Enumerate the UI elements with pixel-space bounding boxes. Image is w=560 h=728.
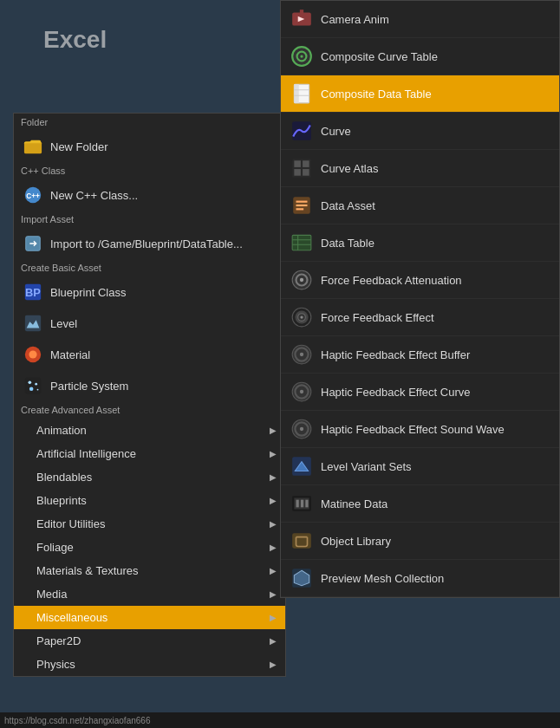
- haptic-sound-icon: [290, 417, 314, 441]
- import-icon: [23, 233, 43, 254]
- svg-point-10: [29, 381, 32, 385]
- submenu-arrow-editor-utilities: ▶: [270, 519, 277, 529]
- svg-point-19: [300, 55, 303, 57]
- left-menu-item-new-cpp-class[interactable]: C++New C++ Class...: [14, 179, 285, 211]
- svg-rect-34: [292, 235, 311, 250]
- right-menu-item-level-variant-sets[interactable]: Level Variant Sets: [281, 448, 559, 485]
- left-menu-item-material[interactable]: Material: [14, 339, 285, 370]
- right-menu-item-force-feedback-effect[interactable]: Force Feedback Effect: [281, 299, 559, 336]
- svg-rect-0: [24, 142, 42, 154]
- matinee-icon: [290, 491, 314, 516]
- curve-icon: [290, 119, 314, 143]
- svg-rect-33: [296, 208, 304, 210]
- right-menu-label-force-feedback-attenuation: Force Feedback Attenuation: [321, 274, 462, 287]
- right-menu-item-composite-data-table[interactable]: Composite Data Table: [281, 75, 559, 113]
- menu-item-label-material: Material: [50, 348, 90, 361]
- svg-point-44: [300, 315, 303, 318]
- left-menu-item-blueprints[interactable]: Blueprints▶: [14, 489, 285, 512]
- svg-rect-28: [294, 169, 301, 176]
- status-url: https://blog.csdn.net/zhangxiaofan666: [4, 716, 150, 725]
- composite-data-table-icon: [290, 81, 314, 106]
- right-submenu: Camera AnimComposite Curve TableComposit…: [280, 0, 560, 598]
- svg-point-47: [300, 353, 303, 356]
- right-menu-label-composite-curve-table: Composite Curve Table: [321, 50, 438, 63]
- right-menu-label-object-library: Object Library: [321, 535, 391, 548]
- right-menu-item-preview-mesh-collection[interactable]: Preview Mesh Collection: [281, 560, 559, 597]
- composite-curve-table-icon: [290, 44, 314, 68]
- svg-point-53: [300, 427, 303, 431]
- right-menu-label-curve: Curve: [321, 125, 351, 138]
- submenu-arrow-paper2d: ▶: [270, 636, 277, 646]
- particle-icon: [23, 375, 43, 396]
- right-menu-label-camera-anim: Camera Anim: [321, 13, 389, 26]
- menu-item-label-new-folder: New Folder: [50, 140, 107, 153]
- menu-item-label-import-asset: Import to /Game/Blueprint/DataTable...: [50, 237, 243, 250]
- left-menu-item-editor-utilities[interactable]: Editor Utilities▶: [14, 512, 285, 536]
- svg-rect-57: [296, 500, 299, 508]
- preview-mesh-icon: [290, 566, 314, 590]
- svg-point-12: [29, 387, 34, 391]
- left-menu-item-particle-system[interactable]: Particle System: [14, 370, 285, 401]
- left-menu-item-new-folder[interactable]: New Folder: [14, 131, 285, 162]
- left-menu-item-import-asset[interactable]: Import to /Game/Blueprint/DataTable...: [14, 228, 285, 259]
- svg-rect-58: [301, 500, 303, 508]
- folder-icon: [23, 136, 43, 157]
- right-menu-label-curve-atlas: Curve Atlas: [321, 162, 378, 175]
- right-menu-label-data-asset: Data Asset: [321, 199, 375, 212]
- right-menu-item-data-table[interactable]: Data Table: [281, 224, 559, 262]
- cpp-icon: C++: [23, 185, 43, 205]
- haptic-curve-icon: [290, 380, 314, 404]
- submenu-arrow-physics: ▶: [270, 660, 277, 669]
- menu-item-label-blueprints: Blueprints: [36, 494, 87, 507]
- submenu-arrow-blendables: ▶: [270, 472, 277, 482]
- left-menu-item-animation[interactable]: Animation▶: [14, 419, 285, 442]
- svg-text:BP: BP: [25, 286, 41, 299]
- left-menu-item-miscellaneous[interactable]: Miscellaneous▶: [14, 606, 285, 629]
- right-menu-item-data-asset[interactable]: Data Asset: [281, 187, 559, 224]
- submenu-arrow-miscellaneous: ▶: [270, 613, 277, 622]
- right-menu-item-matinee-data[interactable]: Matinee Data: [281, 485, 559, 523]
- right-menu-label-data-table: Data Table: [321, 237, 374, 250]
- left-menu-item-foliage[interactable]: Foliage▶: [14, 536, 285, 559]
- left-context-menu: FolderNew FolderC++ ClassC++New C++ Clas…: [13, 113, 286, 677]
- svg-rect-27: [303, 160, 309, 167]
- menu-item-label-materials-textures: Materials & Textures: [36, 564, 139, 577]
- left-menu-item-paper2d[interactable]: Paper2D▶: [14, 629, 285, 653]
- submenu-arrow-media: ▶: [270, 589, 277, 599]
- left-menu-item-physics[interactable]: Physics▶: [14, 653, 285, 676]
- camera-anim-icon: [290, 7, 314, 31]
- left-menu-item-blendables[interactable]: Blendables▶: [14, 465, 285, 489]
- data-table-icon: [290, 231, 314, 255]
- right-menu-item-curve-atlas[interactable]: Curve Atlas: [281, 150, 559, 187]
- left-menu-item-media[interactable]: Media▶: [14, 582, 285, 606]
- section-header-create-basic-asset: Create Basic Asset: [14, 259, 285, 276]
- right-menu-item-force-feedback-attenuation[interactable]: Force Feedback Attenuation: [281, 262, 559, 299]
- left-menu-item-blueprint-class[interactable]: BPBlueprint Class: [14, 276, 285, 308]
- left-menu-item-materials-textures[interactable]: Materials & Textures▶: [14, 559, 285, 582]
- curve-atlas-icon: [290, 156, 314, 180]
- svg-rect-6: [25, 315, 41, 331]
- right-menu-item-object-library[interactable]: Object Library: [281, 523, 559, 560]
- menu-item-label-animation: Animation: [36, 424, 87, 437]
- material-icon: [23, 344, 43, 365]
- right-menu-item-curve[interactable]: Curve: [281, 113, 559, 150]
- object-library-icon: [290, 529, 314, 553]
- menu-item-label-miscellaneous: Miscellaneous: [36, 611, 107, 624]
- right-menu-item-camera-anim[interactable]: Camera Anim: [281, 1, 559, 38]
- svg-rect-32: [296, 205, 308, 206]
- right-menu-item-composite-curve-table[interactable]: Composite Curve Table: [281, 38, 559, 75]
- submenu-arrow-blueprints: ▶: [270, 496, 277, 505]
- menu-item-label-particle-system: Particle System: [50, 380, 128, 393]
- right-menu-label-haptic-feedback-effect-sound-wave: Haptic Feedback Effect Sound Wave: [321, 423, 505, 436]
- right-menu-item-haptic-feedback-effect-sound-wave[interactable]: Haptic Feedback Effect Sound Wave: [281, 411, 559, 448]
- svg-rect-29: [303, 169, 309, 176]
- haptic-buffer-icon: [290, 342, 314, 367]
- menu-item-label-editor-utilities: Editor Utilities: [36, 517, 105, 530]
- left-menu-item-artificial-intelligence[interactable]: Artificial Intelligence▶: [14, 442, 285, 465]
- right-menu-item-haptic-feedback-effect-curve[interactable]: Haptic Feedback Effect Curve: [281, 374, 559, 411]
- section-header-folder: Folder: [14, 114, 285, 131]
- right-menu-item-haptic-feedback-effect-buffer[interactable]: Haptic Feedback Effect Buffer: [281, 336, 559, 374]
- menu-item-label-paper2d: Paper2D: [36, 634, 81, 647]
- svg-point-40: [300, 278, 303, 282]
- left-menu-item-level[interactable]: Level: [14, 308, 285, 339]
